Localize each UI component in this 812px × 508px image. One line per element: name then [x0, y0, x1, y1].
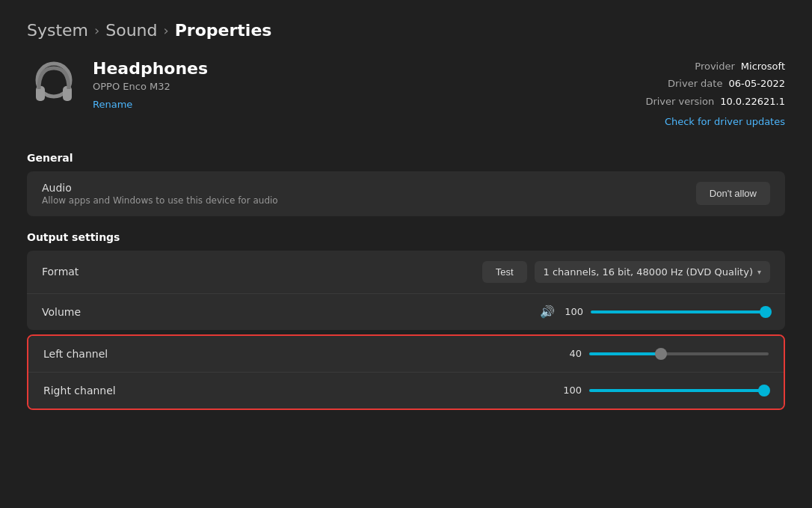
- breadcrumb-properties: Properties: [175, 21, 272, 40]
- settings-page: System › Sound › Properties Headphones O…: [0, 0, 812, 508]
- format-label: Format: [42, 266, 79, 278]
- left-channel-row: Left channel 40: [28, 336, 784, 373]
- left-channel-slider-thumb[interactable]: [655, 348, 667, 360]
- right-channel-row: Right channel 100: [28, 373, 784, 408]
- output-card: Format Test 1 channels, 16 bit, 48000 Hz…: [27, 251, 785, 330]
- left-channel-slider[interactable]: [589, 346, 769, 361]
- format-row: Format Test 1 channels, 16 bit, 48000 Hz…: [27, 251, 785, 294]
- device-right: Provider Microsoft Driver date 06-05-202…: [645, 58, 785, 131]
- format-selected-option: 1 channels, 16 bit, 48000 Hz (DVD Qualit…: [544, 266, 753, 278]
- output-settings-title: Output settings: [27, 231, 785, 243]
- breadcrumb-sound[interactable]: Sound: [105, 21, 157, 40]
- driver-version-row: Driver version 10.0.22621.1: [645, 93, 785, 110]
- audio-title: Audio: [42, 182, 278, 194]
- volume-label: Volume: [42, 306, 81, 318]
- audio-card: Audio Allow apps and Windows to use this…: [27, 171, 785, 216]
- left-channel-slider-track: [589, 352, 769, 355]
- breadcrumb-system[interactable]: System: [27, 21, 88, 40]
- left-channel-controls: 40: [561, 346, 769, 361]
- provider-value: Microsoft: [741, 58, 785, 75]
- audio-subtitle: Allow apps and Windows to use this devic…: [42, 195, 278, 206]
- format-select[interactable]: 1 channels, 16 bit, 48000 Hz (DVD Qualit…: [535, 261, 770, 283]
- check-driver-link[interactable]: Check for driver updates: [645, 113, 785, 130]
- driver-date-label: Driver date: [668, 75, 722, 92]
- driver-date-value: 06-05-2022: [728, 75, 785, 92]
- provider-row: Provider Microsoft: [645, 58, 785, 75]
- volume-controls: 🔊 100: [540, 305, 770, 319]
- headphone-icon: [27, 58, 81, 111]
- general-section-title: General: [27, 152, 785, 164]
- volume-row: Volume 🔊 100: [27, 294, 785, 330]
- audio-info: Audio Allow apps and Windows to use this…: [42, 182, 278, 206]
- speaker-icon: 🔊: [540, 305, 555, 319]
- audio-row: Audio Allow apps and Windows to use this…: [27, 171, 785, 216]
- driver-version-value: 10.0.22621.1: [720, 93, 785, 110]
- device-header: Headphones OPPO Enco M32 Rename Provider…: [27, 58, 785, 131]
- right-channel-label: Right channel: [43, 385, 116, 397]
- test-button[interactable]: Test: [482, 261, 527, 283]
- volume-slider[interactable]: [591, 305, 770, 319]
- volume-slider-track: [591, 310, 770, 313]
- left-channel-value: 40: [561, 348, 582, 359]
- breadcrumb-sep-1: ›: [94, 22, 99, 38]
- provider-label: Provider: [695, 58, 735, 75]
- device-name: Headphones: [93, 59, 208, 78]
- format-controls: Test 1 channels, 16 bit, 48000 Hz (DVD Q…: [482, 261, 770, 283]
- device-model: OPPO Enco M32: [93, 81, 208, 92]
- device-left: Headphones OPPO Enco M32 Rename: [27, 58, 208, 111]
- left-channel-label: Left channel: [43, 348, 108, 360]
- driver-version-label: Driver version: [645, 93, 714, 110]
- right-channel-slider-track: [589, 389, 769, 392]
- channel-highlighted-section: Left channel 40 Right channel 100: [27, 334, 785, 410]
- volume-slider-thumb[interactable]: [760, 306, 772, 318]
- right-channel-slider-thumb[interactable]: [758, 385, 770, 397]
- right-channel-controls: 100: [561, 383, 769, 398]
- volume-value: 100: [562, 306, 583, 317]
- right-channel-slider[interactable]: [589, 383, 769, 398]
- breadcrumb: System › Sound › Properties: [27, 21, 785, 40]
- rename-link[interactable]: Rename: [93, 99, 132, 110]
- output-settings-section: Output settings Format Test 1 channels, …: [27, 231, 785, 410]
- device-info: Headphones OPPO Enco M32 Rename: [93, 59, 208, 111]
- dont-allow-button[interactable]: Don't allow: [696, 182, 770, 205]
- driver-date-row: Driver date 06-05-2022: [645, 75, 785, 92]
- right-channel-value: 100: [561, 385, 582, 396]
- breadcrumb-sep-2: ›: [164, 22, 169, 38]
- chevron-down-icon: ▾: [757, 268, 761, 276]
